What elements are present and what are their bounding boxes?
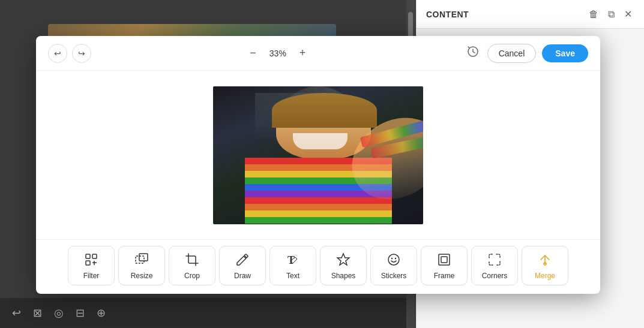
toolbar-icon-4[interactable]: ⊟ [73, 304, 87, 322]
stickers-label: Stickers [381, 272, 407, 280]
toolbar-icon-5[interactable]: ⊕ [94, 304, 108, 322]
save-button[interactable]: Save [542, 44, 588, 62]
shapes-label: Shapes [331, 272, 356, 280]
svg-rect-7 [139, 254, 148, 261]
frame-tool-button[interactable]: Frame [421, 246, 468, 285]
shapes-tool-button[interactable]: Shapes [320, 246, 367, 285]
corners-icon [487, 252, 502, 269]
resize-tool-button[interactable]: Resize [118, 246, 165, 285]
text-tool-button[interactable]: T Text [269, 246, 316, 285]
crop-icon [185, 252, 199, 269]
photo-preview [213, 86, 423, 224]
content-panel-actions: 🗑 ⧉ ✕ [586, 7, 634, 21]
svg-point-10 [388, 254, 399, 265]
redo-button[interactable]: ↪ [72, 44, 91, 63]
svg-rect-6 [136, 256, 144, 263]
zoom-in-button[interactable]: + [297, 47, 308, 59]
merge-tool-button[interactable]: Merge [522, 246, 568, 285]
svg-point-11 [391, 258, 393, 259]
modal-header-right: Cancel Save [465, 43, 588, 63]
modal-toolbar: Filter Resize Crop [36, 239, 600, 294]
zoom-controls: − 33% + [247, 47, 308, 59]
modal-header: ↩ ↪ − 33% + Cancel [36, 36, 600, 71]
content-panel-header: CONTENT 🗑 ⧉ ✕ [417, 0, 644, 29]
filter-tool-button[interactable]: Filter [68, 246, 115, 285]
frame-label: Frame [434, 272, 455, 280]
bottom-toolbar: ↩ ⊠ ◎ ⊟ ⊕ [0, 298, 414, 328]
shapes-icon [336, 252, 351, 269]
toolbar-icon-3[interactable]: ◎ [52, 304, 66, 322]
filter-icon [84, 252, 98, 269]
resize-icon [134, 252, 149, 269]
image-editor-modal: ↩ ↪ − 33% + Cancel [36, 36, 600, 294]
history-button[interactable] [465, 43, 481, 63]
toolbar-icon-2[interactable]: ⊠ [31, 304, 44, 322]
history-icon [467, 48, 479, 60]
svg-rect-14 [441, 257, 447, 263]
frame-icon [437, 252, 451, 269]
content-panel-title: CONTENT [426, 10, 469, 19]
draw-label: Draw [234, 272, 251, 280]
smile [293, 133, 348, 150]
close-panel-button[interactable]: ✕ [622, 7, 634, 21]
crop-tool-button[interactable]: Crop [169, 246, 215, 285]
modal-header-left: ↩ ↪ [48, 44, 91, 63]
hair [272, 93, 377, 128]
corners-tool-button[interactable]: Corners [471, 246, 518, 285]
resize-label: Resize [131, 272, 153, 280]
merge-label: Merge [535, 272, 555, 280]
copy-button[interactable]: ⧉ [606, 8, 617, 21]
zoom-value: 33% [266, 49, 290, 58]
filter-label: Filter [83, 272, 100, 280]
toolbar-undo-btn[interactable]: ↩ [10, 304, 23, 322]
svg-marker-9 [337, 254, 349, 265]
undo-icon: ↩ [54, 49, 61, 58]
merge-icon [538, 252, 552, 269]
cancel-button[interactable]: Cancel [487, 44, 537, 63]
modal-image-area [36, 71, 600, 239]
text-icon: T [286, 252, 300, 269]
delete-button[interactable]: 🗑 [586, 8, 601, 21]
stickers-icon [387, 252, 401, 269]
photo-bg [213, 86, 423, 224]
svg-rect-2 [92, 254, 97, 258]
svg-rect-3 [86, 261, 90, 265]
svg-point-12 [395, 258, 396, 259]
corners-label: Corners [482, 272, 508, 280]
draw-tool-button[interactable]: Draw [219, 246, 266, 285]
draw-icon [235, 252, 250, 269]
crop-label: Crop [184, 272, 200, 280]
redo-icon: ↪ [78, 49, 85, 58]
zoom-out-button[interactable]: − [247, 47, 259, 59]
text-label: Text [286, 272, 299, 280]
svg-rect-13 [439, 254, 450, 265]
stickers-tool-button[interactable]: Stickers [370, 246, 417, 285]
undo-button[interactable]: ↩ [48, 44, 67, 63]
svg-rect-1 [86, 254, 90, 258]
